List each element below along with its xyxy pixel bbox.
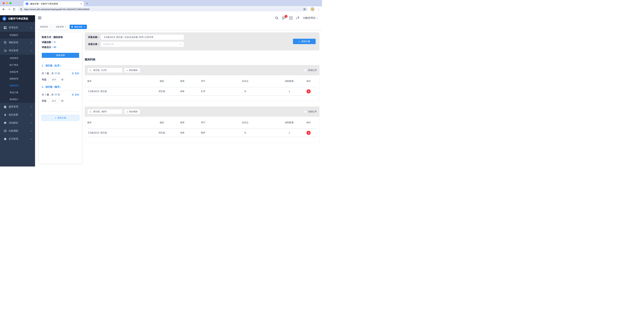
- paper-category-select[interactable]: 请选择分类: [101, 42, 184, 47]
- shuffle-label: 选项乱序: [308, 69, 317, 72]
- select-placeholder: 请选择分类: [103, 43, 114, 46]
- delete-rule-button[interactable]: [306, 131, 310, 135]
- shuffle-checkbox[interactable]: [304, 69, 306, 72]
- sidebar-item-survey[interactable]: 问卷调查: [0, 127, 35, 135]
- sidebar-menu: 管理首页 管理首页 课程管理 考试管理 在线考试: [0, 22, 35, 166]
- site-settings-icon[interactable]: [20, 8, 22, 10]
- sidebar-subitem-marking[interactable]: 阅卷管理: [0, 75, 35, 82]
- address-bar[interactable]: https://exam.yfhl.net/admin/tmpl/upadte?…: [18, 7, 308, 12]
- url-text[interactable]: https://exam.yfhl.net/admin/tmpl/upadte?…: [24, 8, 302, 10]
- cell-count: 3: [274, 132, 304, 134]
- section-1-title[interactable]: 1、填空题（乱序）: [42, 64, 79, 67]
- section-2-score-input[interactable]: [48, 98, 60, 103]
- tab-close-icon[interactable]: ×: [50, 26, 51, 28]
- rule-card-2-add-rule-button[interactable]: + 添加规则: [124, 109, 140, 114]
- page-tab-admin-home[interactable]: 管理首页 ×: [38, 25, 52, 29]
- rule-card-2-name-input[interactable]: [88, 109, 122, 114]
- app-header: 2 TT 云帆管理员 ▼: [35, 12, 322, 24]
- brand-title: 云帆学习考试系统: [8, 17, 28, 20]
- per-suffix: 分: [61, 100, 64, 102]
- browser-menu-icon[interactable]: ⋮: [317, 8, 320, 11]
- add-major-question-button[interactable]: + 添加大题: [293, 39, 316, 44]
- page-tab-paper-management[interactable]: 试卷管理 ×: [54, 25, 68, 29]
- fullscreen-icon[interactable]: [289, 16, 292, 20]
- col-bank: 题库: [87, 80, 149, 83]
- delete-rule-button[interactable]: [306, 89, 310, 94]
- sidebar-collapse-icon[interactable]: [38, 16, 42, 20]
- sidebar-subitem-paper-management[interactable]: 试卷管理: [0, 82, 35, 89]
- section-2-title[interactable]: 2、填空题（顺序）: [42, 86, 79, 88]
- section-1-score-input[interactable]: [48, 77, 60, 82]
- paper-name-input[interactable]: [101, 35, 184, 40]
- page-tab-label: 试卷管理: [56, 26, 64, 28]
- window-controls: [3, 2, 12, 4]
- back-icon[interactable]: [2, 8, 5, 11]
- page-tab-edit-paper[interactable]: 修改试卷 ×: [70, 25, 87, 29]
- window-minimize-button[interactable]: [6, 2, 8, 4]
- cell-bank: 【云帆演示】填空题: [87, 131, 149, 134]
- sidebar-item-exam[interactable]: 考试管理: [0, 46, 35, 55]
- forward-icon[interactable]: [8, 8, 10, 11]
- sidebar-subitem-online-proctor[interactable]: 在线监考: [0, 68, 35, 75]
- browser-tab[interactable]: 修改试卷 - 云帆学习考试系统 ×: [24, 1, 84, 6]
- sidebar-subitem-online-exam[interactable]: 在线考试: [0, 55, 35, 62]
- method-label: 组卷方式：: [42, 36, 54, 38]
- sidebar: 云帆学习考试系统 管理首页 管理首页 课程管理: [0, 12, 35, 166]
- score-label: 试卷总分：: [42, 46, 54, 48]
- col-chapter: 章节: [190, 80, 216, 83]
- message-badge: 2: [284, 15, 288, 18]
- rule-card-1-add-rule-button[interactable]: + 添加规则: [124, 68, 140, 73]
- sidebar-item-activity-signup[interactable]: # 活动报名: [0, 119, 35, 127]
- sidebar-submenu-exam: 在线考试 线下考试 在线监考 阅卷管理 试卷管理 考试订单 考试统计: [0, 55, 35, 103]
- sidebar-item-certificate[interactable]: 证书管理: [0, 135, 35, 143]
- sidebar-subitem-exam-orders[interactable]: 考试订单: [0, 89, 35, 96]
- search-icon[interactable]: [275, 16, 278, 20]
- new-tab-button[interactable]: +: [86, 2, 88, 5]
- col-difficulty: 难度: [174, 80, 190, 83]
- window-close-button[interactable]: [3, 2, 5, 4]
- table-bottom-padding: [87, 137, 317, 142]
- tab-close-icon[interactable]: ×: [84, 26, 85, 28]
- tab-close-icon[interactable]: ×: [80, 2, 82, 5]
- bookmark-star-icon[interactable]: [303, 8, 306, 10]
- caret-down-icon: ▼: [317, 18, 318, 19]
- divider: [42, 91, 79, 91]
- paper-category-label: 试卷分类：: [85, 43, 100, 46]
- sidebar-logo[interactable]: 云帆学习考试系统: [0, 15, 35, 22]
- add-section-button[interactable]: + 添加大题: [42, 115, 79, 120]
- sidebar-subitem-exam-stats[interactable]: 考试统计: [0, 96, 35, 103]
- browser-profile-avatar[interactable]: [310, 7, 314, 12]
- reload-icon[interactable]: [13, 8, 16, 11]
- section-2-delete-link[interactable]: 删除: [72, 93, 79, 96]
- sidebar-item-admin-home[interactable]: 管理首页: [0, 24, 35, 32]
- paper-name-row: 试卷名称：: [85, 35, 320, 40]
- tab-close-icon[interactable]: ×: [65, 26, 66, 28]
- font-size-icon[interactable]: TT: [296, 16, 299, 20]
- rule-card-1-name-input[interactable]: [88, 68, 122, 73]
- sidebar-top-gap: [0, 12, 35, 15]
- rule-card-2-table: 题库 题型 难度 章节 知识点 抽取数量 操作 【云帆演示】填空题 填空题 简单: [85, 117, 319, 142]
- sidebar-item-course[interactable]: 课程管理: [0, 38, 35, 46]
- per-label: 每题: [42, 78, 46, 81]
- window-zoom-button[interactable]: [10, 2, 12, 4]
- sidebar-subitem-admin-home[interactable]: 管理首页: [0, 32, 35, 38]
- total-questions-row: 试题总数： 6: [42, 41, 79, 44]
- plus-icon: +: [55, 116, 56, 119]
- sidebar-item-label: 知识竞赛: [9, 113, 28, 116]
- dashboard-grid-icon: [4, 26, 6, 29]
- col-chapter: 章节: [190, 121, 216, 124]
- paper-form-panel: 试卷名称： 试卷分类： 请选择分类 + 添加大题: [85, 32, 320, 50]
- section-1-delete-link[interactable]: 删除: [72, 72, 79, 75]
- shuffle-checkbox[interactable]: [304, 110, 306, 113]
- col-type: 题型: [149, 80, 174, 83]
- user-menu[interactable]: 云帆管理员 ▼: [303, 16, 318, 20]
- save-paper-button[interactable]: 保存试卷: [42, 53, 79, 58]
- sidebar-item-question-bank[interactable]: 题库管理: [0, 103, 35, 111]
- chevron-down-icon: [180, 44, 182, 45]
- lifering-icon: [4, 49, 6, 52]
- sidebar-subitem-offline-exam[interactable]: 线下考试: [0, 62, 35, 68]
- table-header: 题库 题型 难度 章节 知识点 抽取数量 操作: [87, 117, 317, 129]
- sidebar-item-knowledge-contest[interactable]: 知识竞赛: [0, 111, 35, 119]
- sidebar-item-label: 管理首页: [9, 26, 28, 29]
- messages-icon[interactable]: 2: [282, 16, 286, 20]
